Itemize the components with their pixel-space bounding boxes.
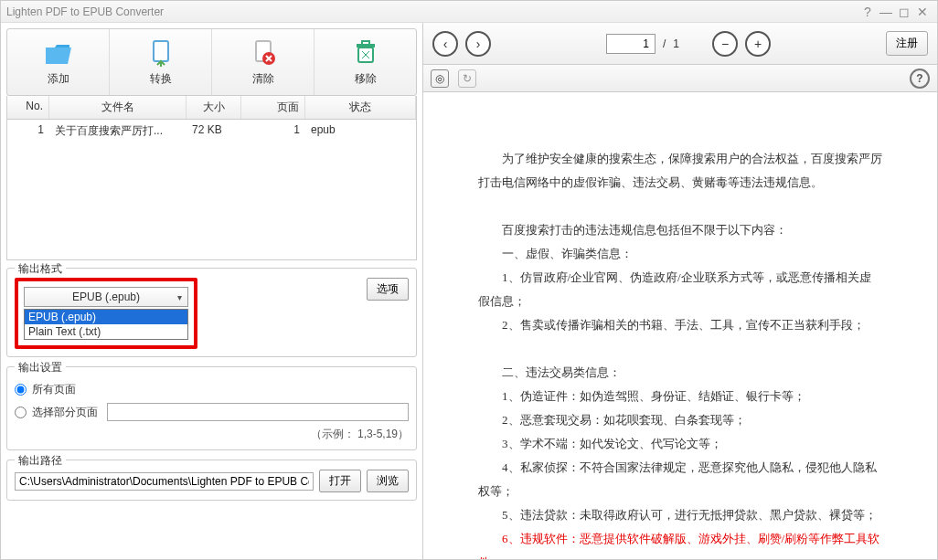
next-page-button[interactable]: ›: [465, 31, 491, 57]
format-option-txt[interactable]: Plain Text (.txt): [25, 324, 187, 339]
doc-line: 3、学术不端：如代发论文、代写论文等；: [478, 432, 882, 456]
preview-subbar: ◎ ↻ ?: [423, 65, 937, 92]
doc-line: 百度搜索打击的违法违规信息包括但不限于以下内容：: [478, 218, 882, 242]
file-table: No. 文件名 大小 页面 状态 1 关于百度搜索严厉打... 72 KB 1 …: [6, 96, 417, 260]
doc-line: 4、私家侦探：不符合国家法律规定，恶意探究他人隐私，侵犯他人隐私权等；: [478, 456, 882, 503]
fit-page-icon: ◎: [435, 72, 444, 85]
remove-label: 移除: [355, 71, 377, 87]
help-doc-button[interactable]: ?: [910, 69, 930, 89]
svg-rect-4: [357, 44, 375, 48]
question-icon: ?: [916, 72, 922, 85]
cell-page: 1: [241, 120, 305, 143]
format-legend: 输出格式: [15, 261, 66, 277]
output-legend: 输出设置: [15, 360, 66, 375]
doc-line: 5、违法贷款：未取得政府认可，进行无抵押贷款、黑户贷款、裸贷等；: [478, 503, 882, 527]
window-title: Lighten PDF to EPUB Converter: [6, 5, 858, 18]
output-fieldset: 输出设置 所有页面 选择部分页面 （示例： 1,3-5,19）: [6, 366, 417, 450]
svg-rect-0: [154, 41, 168, 61]
col-name[interactable]: 文件名: [49, 96, 187, 119]
doc-line-highlight: 6、违规软件：恶意提供软件破解版、游戏外挂、刷赞/刷粉等作弊工具软件；: [478, 527, 882, 559]
page-total: 1: [673, 37, 679, 50]
document-preview[interactable]: 为了维护安全健康的搜索生态，保障搜索用户的合法权益，百度搜索严厉打击电信网络中的…: [423, 92, 937, 559]
format-selected: EPUB (.epub): [72, 291, 140, 303]
col-page[interactable]: 页面: [241, 96, 305, 119]
cell-no: 1: [7, 120, 49, 143]
radio-select-pages[interactable]: [15, 407, 27, 418]
register-button[interactable]: 注册: [886, 31, 928, 56]
page-range-input[interactable]: [107, 403, 409, 421]
chevron-left-icon: ‹: [443, 37, 448, 51]
open-button[interactable]: 打开: [319, 470, 361, 492]
close-button[interactable]: ✕: [913, 5, 932, 19]
options-button[interactable]: 选项: [367, 278, 409, 301]
doc-line: 一、虚假、诈骗类信息：: [478, 242, 882, 266]
remove-button[interactable]: 移除: [314, 29, 416, 95]
zoom-in-button[interactable]: +: [745, 31, 771, 57]
format-highlight: EPUB (.epub) EPUB (.epub) Plain Text (.t…: [15, 278, 197, 349]
format-option-epub[interactable]: EPUB (.epub): [25, 310, 187, 324]
doc-line: 1、伪造证件：如伪造驾照、身份证、结婚证、银行卡等；: [478, 385, 882, 408]
doc-line: 2、售卖或传播诈骗相关的书籍、手法、工具，宣传不正当获利手段；: [478, 313, 882, 337]
col-size[interactable]: 大小: [187, 96, 241, 119]
cell-size: 72 KB: [187, 120, 241, 143]
page-separator: /: [663, 37, 666, 50]
chevron-right-icon: ›: [476, 37, 481, 51]
cell-status: epub: [305, 120, 416, 143]
doc-line: 2、恶意套现交易：如花呗套现、白条套现等；: [478, 408, 882, 432]
doc-line: 1、仿冒政府/企业官网、伪造政府/企业联系方式等，或恶意传播相关虚假信息；: [478, 266, 882, 313]
delete-icon: [249, 38, 278, 68]
col-no[interactable]: No.: [7, 96, 49, 119]
format-fieldset: 输出格式 EPUB (.epub) EPUB (.epub) Plain Tex…: [6, 268, 417, 357]
delete-button[interactable]: 清除: [212, 29, 314, 95]
maximize-button[interactable]: ◻: [895, 5, 913, 19]
add-button[interactable]: 添加: [7, 29, 110, 95]
help-button[interactable]: ?: [858, 5, 877, 19]
browse-button[interactable]: 浏览: [367, 470, 409, 492]
minimize-button[interactable]: —: [877, 5, 895, 19]
add-label: 添加: [48, 71, 69, 87]
rotate-icon: ↻: [463, 72, 472, 85]
rotate-button[interactable]: ↻: [458, 69, 476, 88]
page-number-input[interactable]: [606, 34, 656, 54]
col-status[interactable]: 状态: [305, 96, 416, 119]
trash-icon: [351, 38, 380, 68]
fit-page-button[interactable]: ◎: [431, 69, 449, 88]
convert-icon: [146, 38, 176, 68]
format-combo[interactable]: EPUB (.epub): [24, 287, 188, 307]
path-input[interactable]: [15, 472, 314, 491]
convert-label: 转换: [150, 71, 172, 87]
main-toolbar: 添加 转换 清除 移除: [6, 28, 417, 96]
delete-label: 清除: [252, 71, 274, 87]
radio-select-label: 选择部分页面: [32, 405, 98, 420]
radio-all-label: 所有页面: [32, 382, 76, 397]
plus-icon: +: [754, 37, 762, 51]
prev-page-button[interactable]: ‹: [432, 31, 458, 57]
path-legend: 输出路径: [15, 453, 66, 469]
convert-button[interactable]: 转换: [110, 29, 212, 95]
doc-line: 为了维护安全健康的搜索生态，保障搜索用户的合法权益，百度搜索严厉打击电信网络中的…: [478, 147, 882, 195]
preview-navbar: ‹ › / 1 − + 注册: [423, 23, 937, 65]
path-fieldset: 输出路径 打开 浏览: [6, 460, 417, 501]
format-dropdown: EPUB (.epub) Plain Text (.txt): [24, 309, 188, 340]
doc-line: 二、违法交易类信息：: [478, 361, 882, 385]
table-row[interactable]: 1 关于百度搜索严厉打... 72 KB 1 epub: [7, 120, 416, 143]
cell-name: 关于百度搜索严厉打...: [49, 120, 187, 143]
zoom-out-button[interactable]: −: [712, 31, 738, 57]
minus-icon: −: [721, 37, 729, 51]
radio-all-pages[interactable]: [15, 384, 27, 396]
page-range-example: （示例： 1,3-5,19）: [15, 427, 409, 442]
folder-open-icon: [44, 38, 73, 68]
